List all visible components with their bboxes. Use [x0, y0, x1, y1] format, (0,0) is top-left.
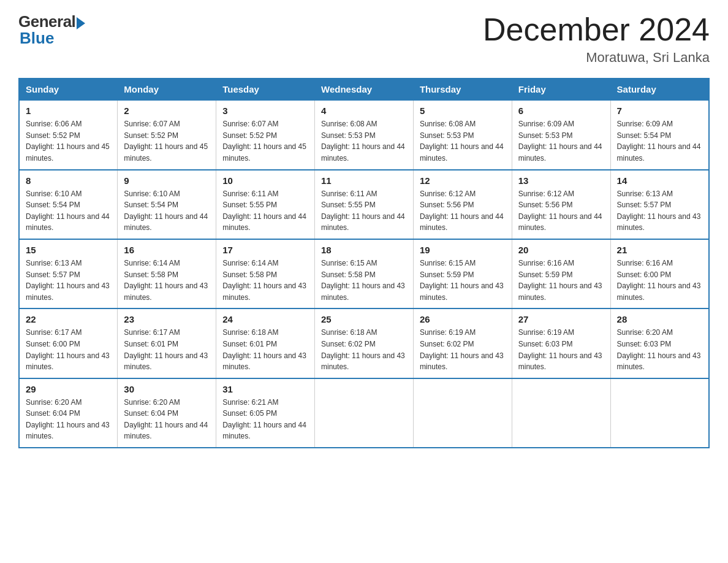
location-text: Moratuwa, Sri Lanka	[483, 50, 710, 66]
logo-arrow-icon	[77, 17, 85, 29]
day-number: 19	[420, 245, 506, 255]
table-row: 3 Sunrise: 6:07 AM Sunset: 5:52 PM Dayli…	[216, 100, 315, 169]
day-number: 5	[420, 105, 506, 116]
table-row: 13 Sunrise: 6:12 AM Sunset: 5:56 PM Dayl…	[512, 170, 610, 239]
day-number: 20	[518, 245, 604, 255]
table-row: 5 Sunrise: 6:08 AM Sunset: 5:53 PM Dayli…	[413, 100, 512, 169]
day-number: 14	[617, 175, 702, 186]
table-row: 1 Sunrise: 6:06 AM Sunset: 5:52 PM Dayli…	[19, 100, 118, 169]
table-row: 20 Sunrise: 6:16 AM Sunset: 5:59 PM Dayl…	[512, 239, 610, 308]
day-info: Sunrise: 6:18 AM Sunset: 6:01 PM Dayligh…	[222, 327, 308, 372]
day-info: Sunrise: 6:11 AM Sunset: 5:55 PM Dayligh…	[222, 188, 308, 234]
month-title: December 2024	[483, 12, 710, 47]
col-thursday: Thursday	[413, 79, 512, 100]
day-number: 4	[321, 105, 407, 116]
day-info: Sunrise: 6:13 AM Sunset: 5:57 PM Dayligh…	[26, 258, 111, 303]
table-row: 27 Sunrise: 6:19 AM Sunset: 6:03 PM Dayl…	[512, 308, 610, 378]
table-row: 26 Sunrise: 6:19 AM Sunset: 6:02 PM Dayl…	[413, 308, 512, 378]
col-tuesday: Tuesday	[216, 79, 315, 100]
day-number: 21	[617, 245, 702, 255]
table-row	[512, 378, 610, 448]
day-number: 1	[26, 105, 111, 116]
day-info: Sunrise: 6:09 AM Sunset: 5:54 PM Dayligh…	[617, 118, 702, 164]
table-row: 21 Sunrise: 6:16 AM Sunset: 6:00 PM Dayl…	[610, 239, 709, 308]
day-info: Sunrise: 6:17 AM Sunset: 6:01 PM Dayligh…	[124, 327, 210, 372]
day-number: 18	[321, 245, 407, 255]
day-number: 23	[124, 314, 210, 324]
day-info: Sunrise: 6:08 AM Sunset: 5:53 PM Dayligh…	[420, 118, 506, 164]
day-info: Sunrise: 6:10 AM Sunset: 5:54 PM Dayligh…	[124, 188, 210, 234]
col-saturday: Saturday	[610, 79, 709, 100]
table-row: 12 Sunrise: 6:12 AM Sunset: 5:56 PM Dayl…	[413, 170, 512, 239]
day-number: 24	[222, 314, 308, 324]
day-number: 31	[222, 384, 308, 394]
table-row: 31 Sunrise: 6:21 AM Sunset: 6:05 PM Dayl…	[216, 378, 315, 448]
table-row: 25 Sunrise: 6:18 AM Sunset: 6:02 PM Dayl…	[315, 308, 414, 378]
day-info: Sunrise: 6:18 AM Sunset: 6:02 PM Dayligh…	[321, 327, 407, 372]
day-info: Sunrise: 6:16 AM Sunset: 6:00 PM Dayligh…	[617, 258, 702, 303]
day-info: Sunrise: 6:20 AM Sunset: 6:04 PM Dayligh…	[124, 397, 210, 442]
day-number: 6	[518, 105, 604, 116]
table-row: 30 Sunrise: 6:20 AM Sunset: 6:04 PM Dayl…	[118, 378, 216, 448]
day-info: Sunrise: 6:12 AM Sunset: 5:56 PM Dayligh…	[518, 188, 604, 234]
logo-blue-text: Blue	[20, 29, 54, 48]
calendar-week-row: 22 Sunrise: 6:17 AM Sunset: 6:00 PM Dayl…	[19, 308, 709, 378]
day-info: Sunrise: 6:15 AM Sunset: 5:59 PM Dayligh…	[420, 258, 506, 303]
table-row: 11 Sunrise: 6:11 AM Sunset: 5:55 PM Dayl…	[315, 170, 414, 239]
table-row: 16 Sunrise: 6:14 AM Sunset: 5:58 PM Dayl…	[118, 239, 216, 308]
table-row: 18 Sunrise: 6:15 AM Sunset: 5:58 PM Dayl…	[315, 239, 414, 308]
table-row: 22 Sunrise: 6:17 AM Sunset: 6:00 PM Dayl…	[19, 308, 118, 378]
day-info: Sunrise: 6:09 AM Sunset: 5:53 PM Dayligh…	[518, 118, 604, 164]
col-wednesday: Wednesday	[315, 79, 414, 100]
table-row: 14 Sunrise: 6:13 AM Sunset: 5:57 PM Dayl…	[610, 170, 709, 239]
table-row: 6 Sunrise: 6:09 AM Sunset: 5:53 PM Dayli…	[512, 100, 610, 169]
day-number: 16	[124, 245, 210, 255]
table-row	[610, 378, 709, 448]
day-info: Sunrise: 6:06 AM Sunset: 5:52 PM Dayligh…	[26, 118, 111, 164]
table-row: 28 Sunrise: 6:20 AM Sunset: 6:03 PM Dayl…	[610, 308, 709, 378]
calendar-week-row: 29 Sunrise: 6:20 AM Sunset: 6:04 PM Dayl…	[19, 378, 709, 448]
day-number: 10	[222, 175, 308, 186]
day-number: 28	[617, 314, 702, 324]
table-row: 23 Sunrise: 6:17 AM Sunset: 6:01 PM Dayl…	[118, 308, 216, 378]
day-info: Sunrise: 6:11 AM Sunset: 5:55 PM Dayligh…	[321, 188, 407, 234]
day-number: 13	[518, 175, 604, 186]
day-info: Sunrise: 6:10 AM Sunset: 5:54 PM Dayligh…	[26, 188, 111, 234]
day-number: 2	[124, 105, 210, 116]
calendar-table: Sunday Monday Tuesday Wednesday Thursday…	[18, 78, 710, 448]
table-row: 9 Sunrise: 6:10 AM Sunset: 5:54 PM Dayli…	[118, 170, 216, 239]
col-friday: Friday	[512, 79, 610, 100]
day-number: 11	[321, 175, 407, 186]
day-info: Sunrise: 6:14 AM Sunset: 5:58 PM Dayligh…	[222, 258, 308, 303]
day-number: 9	[124, 175, 210, 186]
day-info: Sunrise: 6:20 AM Sunset: 6:03 PM Dayligh…	[617, 327, 702, 372]
day-number: 27	[518, 314, 604, 324]
title-area: December 2024 Moratuwa, Sri Lanka	[483, 12, 710, 66]
day-info: Sunrise: 6:12 AM Sunset: 5:56 PM Dayligh…	[420, 188, 506, 234]
day-info: Sunrise: 6:20 AM Sunset: 6:04 PM Dayligh…	[26, 397, 111, 442]
table-row: 19 Sunrise: 6:15 AM Sunset: 5:59 PM Dayl…	[413, 239, 512, 308]
table-row: 29 Sunrise: 6:20 AM Sunset: 6:04 PM Dayl…	[19, 378, 118, 448]
table-row: 17 Sunrise: 6:14 AM Sunset: 5:58 PM Dayl…	[216, 239, 315, 308]
page-header: General Blue December 2024 Moratuwa, Sri…	[18, 12, 710, 66]
day-info: Sunrise: 6:07 AM Sunset: 5:52 PM Dayligh…	[124, 118, 210, 164]
day-number: 30	[124, 384, 210, 394]
day-number: 29	[26, 384, 111, 394]
header-row: Sunday Monday Tuesday Wednesday Thursday…	[19, 79, 709, 100]
day-info: Sunrise: 6:15 AM Sunset: 5:58 PM Dayligh…	[321, 258, 407, 303]
calendar-week-row: 15 Sunrise: 6:13 AM Sunset: 5:57 PM Dayl…	[19, 239, 709, 308]
day-info: Sunrise: 6:16 AM Sunset: 5:59 PM Dayligh…	[518, 258, 604, 303]
day-number: 3	[222, 105, 308, 116]
day-number: 7	[617, 105, 702, 116]
day-number: 8	[26, 175, 111, 186]
logo: General Blue	[18, 12, 85, 48]
day-info: Sunrise: 6:17 AM Sunset: 6:00 PM Dayligh…	[26, 327, 111, 372]
day-number: 12	[420, 175, 506, 186]
day-info: Sunrise: 6:08 AM Sunset: 5:53 PM Dayligh…	[321, 118, 407, 164]
col-sunday: Sunday	[19, 79, 118, 100]
day-info: Sunrise: 6:07 AM Sunset: 5:52 PM Dayligh…	[222, 118, 308, 164]
day-info: Sunrise: 6:19 AM Sunset: 6:03 PM Dayligh…	[518, 327, 604, 372]
table-row: 10 Sunrise: 6:11 AM Sunset: 5:55 PM Dayl…	[216, 170, 315, 239]
day-info: Sunrise: 6:13 AM Sunset: 5:57 PM Dayligh…	[617, 188, 702, 234]
day-info: Sunrise: 6:21 AM Sunset: 6:05 PM Dayligh…	[222, 397, 308, 442]
